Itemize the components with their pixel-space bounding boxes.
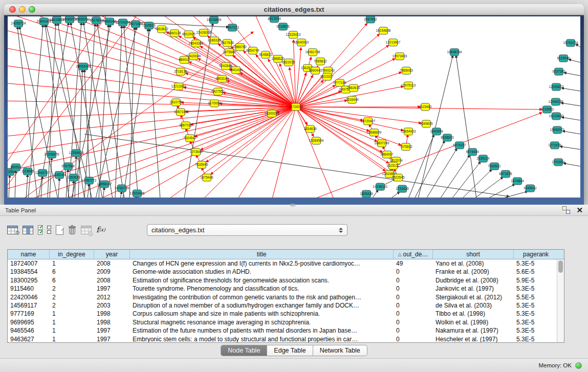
graph-node[interactable]: 18300295 [265, 110, 279, 117]
create-column-button[interactable] [56, 225, 63, 235]
window-titlebar[interactable]: citations_edges.txt [4, 4, 584, 15]
graph-node[interactable]: 13654923 [401, 128, 416, 135]
graph-node[interactable]: 8186328 [208, 37, 221, 44]
table-row[interactable]: 977716911998Corpus callosum shape and si… [8, 310, 564, 318]
graph-node[interactable]: 1534636 [303, 125, 317, 133]
graph-node[interactable]: 20206576 [45, 151, 59, 158]
table-row[interactable]: 1830029562008Estimation of significance … [8, 276, 564, 285]
graph-node[interactable]: 8813054 [268, 16, 281, 23]
graph-node[interactable]: 16961758 [306, 49, 320, 56]
column-header-short[interactable]: short [433, 250, 514, 259]
graph-node[interactable]: 20053346 [76, 63, 91, 70]
graph-node[interactable]: 10671588 [128, 20, 143, 28]
column-header-pagerank[interactable]: pagerank [514, 250, 558, 259]
graph-node[interactable]: 1810755 [169, 99, 183, 106]
graph-node[interactable]: 6479197 [453, 142, 466, 149]
graph-node[interactable]: 17957272 [82, 177, 97, 184]
graph-node[interactable]: 1145194 [53, 171, 66, 179]
table-selector-dropdown[interactable]: citations_edges.txt [147, 224, 347, 236]
table-mode-button[interactable]: ⚙ [7, 226, 18, 234]
graph-node[interactable]: 8210327 [320, 73, 334, 80]
graph-node[interactable]: 9941419 [229, 67, 243, 74]
graph-node[interactable]: 9884067 [380, 151, 394, 158]
minimize-window-icon[interactable] [19, 6, 26, 13]
graph-node[interactable]: 7857223 [226, 24, 239, 31]
graph-node[interactable]: 3215953 [540, 106, 554, 113]
graph-node[interactable]: 9466162 [103, 18, 116, 25]
graph-node[interactable]: 1957183 [174, 108, 187, 116]
graph-node[interactable]: 850511 [10, 164, 21, 171]
graph-node[interactable]: 2718176 [174, 68, 187, 75]
graph-node[interactable]: 1271035 [548, 142, 561, 149]
graph-node[interactable]: 1840954 [430, 128, 443, 135]
graph-node[interactable]: 7635945 [195, 161, 208, 168]
graph-node[interactable]: 989016 [179, 56, 190, 63]
graph-node[interactable]: 12325413 [286, 31, 301, 38]
network-svg[interactable]: 2405572420691406166338691898505810655257… [8, 16, 580, 198]
graph-node[interactable]: 16210643 [549, 113, 564, 120]
graph-node[interactable]: 16782759 [115, 185, 129, 192]
graph-node[interactable]: 6822035 [282, 59, 295, 66]
graph-node[interactable]: 14196141 [373, 183, 388, 190]
graph-node[interactable]: 7515526 [142, 22, 156, 29]
table-scrollbar[interactable] [557, 259, 564, 342]
column-header-out-de-[interactable]: △out_de… [394, 250, 433, 259]
graph-node[interactable]: 2087682 [364, 16, 377, 23]
graph-node[interactable]: 12093872 [549, 83, 564, 91]
graph-node[interactable]: 12942757 [35, 169, 50, 177]
select-all-columns-button[interactable] [38, 225, 42, 235]
graph-node[interactable]: 15751074 [563, 39, 578, 47]
panel-resize-grip[interactable] [290, 204, 295, 207]
graph-node[interactable]: 1674844 [511, 178, 524, 185]
graph-node[interactable]: 12213383 [171, 83, 186, 90]
graph-node[interactable]: 1675446 [200, 174, 213, 181]
graph-node[interactable]: 16033809 [207, 16, 222, 24]
graph-node[interactable]: 1170064 [208, 100, 221, 107]
graph-node[interactable]: 16648784 [447, 49, 462, 56]
graph-node[interactable]: 9245042 [524, 185, 537, 192]
graph-node[interactable]: 7462610 [347, 84, 360, 92]
function-builder-button[interactable]: f(x) [96, 225, 105, 234]
graph-node[interactable]: 2522545 [391, 174, 405, 181]
column-header-year[interactable]: year [94, 250, 130, 259]
graph-node[interactable]: 8471876 [499, 170, 512, 178]
network-canvas[interactable]: 2405572420691406166338691898505810655257… [8, 16, 580, 198]
graph-node[interactable]: 2935114 [477, 155, 490, 162]
graph-node[interactable]: 1615132 [386, 162, 400, 169]
graph-node[interactable]: 9218506 [276, 23, 290, 30]
graph-node[interactable]: 2803144 [215, 75, 229, 82]
close-window-icon[interactable] [9, 6, 16, 13]
graph-node[interactable]: 8854749 [246, 47, 259, 54]
graph-node[interactable]: 9115460 [419, 103, 432, 111]
graph-node[interactable]: 7975692 [399, 143, 412, 150]
table-row[interactable]: 1938455462009Genome-wide association stu… [8, 268, 564, 276]
show-columns-button[interactable] [23, 226, 33, 234]
graph-node[interactable]: 9227343 [552, 68, 565, 75]
graph-node[interactable]: 3867318 [179, 122, 192, 129]
graph-node[interactable]: 10655257 [75, 16, 90, 23]
graph-node[interactable]: 1701654 [552, 159, 565, 166]
graph-node[interactable]: 16154838 [376, 27, 391, 34]
column-header-title[interactable]: title [130, 250, 394, 259]
tab-edge-table[interactable]: Edge Table [267, 345, 313, 356]
graph-node[interactable]: 22426058 [197, 29, 211, 36]
graph-node[interactable]: 12444195 [549, 98, 563, 105]
tab-node-table[interactable]: Node Table [221, 345, 267, 356]
graph-node[interactable]: 24055724 [11, 20, 26, 27]
graph-node[interactable]: 18807249 [375, 140, 389, 147]
graph-node[interactable]: 8912935 [182, 31, 195, 38]
table-row[interactable]: 1456911722003Disruption of a novel membe… [8, 301, 564, 310]
graph-node[interactable]: 8938923 [441, 134, 454, 141]
graph-node[interactable]: 16640910 [294, 39, 309, 46]
table-row[interactable]: 2242004622012Investigating the contribut… [8, 293, 564, 301]
close-panel-icon[interactable]: ✕ [576, 206, 583, 214]
graph-node[interactable]: 1733426 [396, 185, 409, 192]
graph-node[interactable]: 1115686 [21, 168, 34, 175]
graph-node[interactable]: 9827508 [221, 39, 234, 47]
graph-node[interactable]: 7524542 [183, 135, 197, 142]
graph-node[interactable]: 9797588 [61, 163, 75, 170]
graph-node[interactable]: 10384594 [309, 137, 324, 144]
graph-node[interactable]: 7485063 [400, 67, 413, 74]
graph-node[interactable]: 2475685 [223, 49, 236, 56]
graph-node[interactable]: 12923446 [130, 190, 145, 197]
